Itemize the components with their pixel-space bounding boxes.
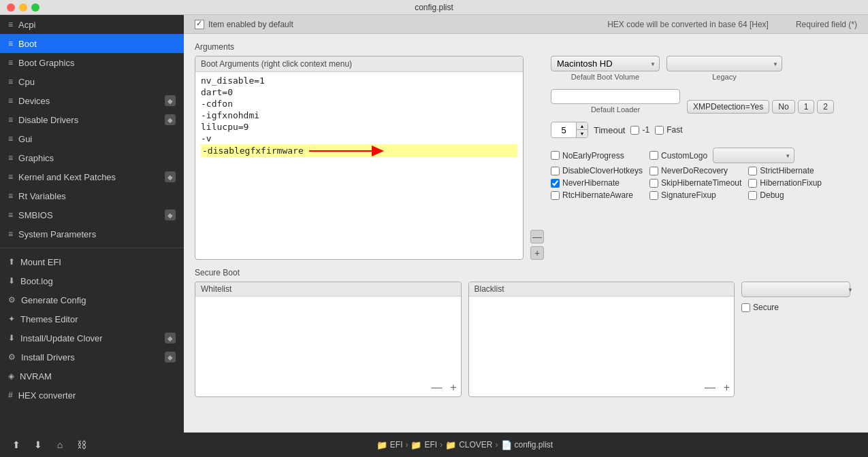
sidebar-item-boot[interactable]: ≡ Boot [0, 34, 184, 53]
custom-logo-dropdown-wrapper[interactable] [713, 148, 794, 163]
timeout-value[interactable]: 5 [551, 124, 576, 137]
minus1-checkbox-item: -1 [630, 125, 649, 135]
secure-cb[interactable] [741, 303, 750, 312]
whitelist-header: Whitelist [195, 282, 461, 297]
fast-checkbox[interactable] [655, 126, 664, 135]
titlebar: config.plist [0, 0, 868, 15]
sidebar-label-install-drivers: Install Drivers [21, 352, 165, 362]
bottom-icon-upload[interactable]: ⬆ [8, 437, 25, 453]
window-controls[interactable] [7, 3, 39, 12]
add-arg-button[interactable]: + [530, 246, 544, 260]
whitelist-minus[interactable]: — [432, 382, 443, 393]
never-do-recovery-cb[interactable] [649, 167, 658, 175]
list-icon: ≡ [8, 191, 13, 201]
sidebar-item-rt-variables[interactable]: ≡ Rt Variables [0, 186, 184, 205]
stepper-up[interactable]: ▲ [577, 122, 588, 130]
boot-volume-select[interactable]: Macintosh HD [551, 56, 660, 71]
sidebar-item-acpi[interactable]: ≡ Acpi [0, 15, 184, 34]
sidebar-item-boot-log[interactable]: ⬇ Boot.log [0, 271, 184, 290]
arg-nv-disable: nv_disable=1 [201, 75, 517, 86]
list-icon: ≡ [8, 134, 13, 143]
sidebar-item-mount-efi[interactable]: ⬆ Mount EFI [0, 252, 184, 271]
stepper-down[interactable]: ▼ [577, 130, 588, 137]
blacklist-controls: — + [705, 382, 730, 394]
blacklist-plus[interactable]: + [724, 382, 730, 393]
skip-hibernate-timeout-cb[interactable] [649, 179, 658, 188]
strict-hibernate-cb[interactable] [748, 167, 757, 175]
sidebar-item-smbios[interactable]: ≡ SMBIOS ◆ [0, 205, 184, 224]
sidebar-item-install-clover[interactable]: ⬇ Install/Update Clover ◆ [0, 328, 184, 348]
boot-volume-row: Macintosh HD Default Boot Volume [551, 56, 857, 81]
boot-arguments-area[interactable]: Boot Arguments (right click context menu… [195, 56, 524, 260]
bottom-icon-home[interactable]: ⌂ [52, 437, 68, 453]
xmp-no-button[interactable]: No [772, 100, 794, 114]
sidebar-item-gui[interactable]: ≡ Gui [0, 129, 184, 148]
legacy-dropdown-wrapper[interactable] [666, 56, 782, 71]
blacklist-minus[interactable]: — [705, 382, 716, 393]
sidebar-item-boot-graphics[interactable]: ≡ Boot Graphics [0, 53, 184, 72]
xmp-1-button[interactable]: 1 [798, 100, 815, 114]
sidebar-item-hex-converter[interactable]: # HEX converter [0, 386, 184, 405]
legacy-select[interactable] [666, 56, 782, 71]
bottom-bar: ⬆ ⬇ ⌂ ⛓ 📁 EFI › 📁 EFI › 📁 CLOVER › 📄 con… [0, 433, 868, 457]
custom-logo-cb[interactable] [649, 151, 658, 160]
never-hibernate-cb[interactable] [551, 179, 560, 188]
timeout-stepper[interactable]: 5 ▲ ▼ [551, 122, 588, 138]
sidebar-item-system-parameters[interactable]: ≡ System Parameters [0, 224, 184, 243]
secure-dropdown-wrapper[interactable] [741, 282, 857, 297]
sidebar-item-cpu[interactable]: ≡ Cpu [0, 72, 184, 91]
folder-icon-efi1: 📁 [376, 440, 387, 450]
log-icon: ⬇ [8, 276, 15, 286]
close-button[interactable] [7, 3, 15, 12]
rtc-hibernate-aware-cb[interactable] [551, 191, 560, 200]
xmp-2-button[interactable]: 2 [817, 100, 834, 114]
disable-clover-hotkeys-cb[interactable] [551, 167, 560, 175]
sidebar-item-nvram[interactable]: ◈ NVRAM [0, 367, 184, 386]
blacklist-area: Blacklist — + [468, 282, 735, 397]
sidebar-item-disable-drivers[interactable]: ≡ Disable Drivers ◆ [0, 110, 184, 129]
boot-volume-label: Default Boot Volume [571, 73, 639, 81]
sidebar-item-themes-editor[interactable]: ✦ Themes Editor [0, 309, 184, 328]
no-early-progress-cb[interactable] [551, 151, 560, 160]
sidebar-label-acpi: Acpi [18, 20, 176, 30]
whitelist-plus[interactable]: + [450, 382, 456, 393]
minus1-checkbox[interactable] [630, 126, 639, 135]
sidebar-item-kernel-kext[interactable]: ≡ Kernel and Kext Patches ◆ [0, 167, 184, 186]
custom-logo-item: CustomLogo [649, 148, 799, 163]
boot-volume-dropdown-wrapper[interactable]: Macintosh HD [551, 56, 660, 71]
signature-fixup-cb[interactable] [649, 191, 658, 200]
debug-item: Debug [748, 190, 799, 200]
sidebar-label-nvram: NVRAM [20, 371, 176, 382]
folder-icon-clover: 📁 [445, 440, 456, 450]
maximize-button[interactable] [31, 3, 39, 12]
sidebar-item-install-drivers[interactable]: ⚙ Install Drivers ◆ [0, 348, 184, 367]
arguments-section-label: Arguments [195, 42, 857, 52]
breadcrumb-efi1: 📁 EFI [376, 440, 403, 450]
breadcrumb-clover-label: CLOVER [459, 440, 492, 450]
secure-dropdown[interactable] [741, 282, 850, 297]
arg-lilucpu: lilucpu=9 [201, 121, 517, 133]
file-icon-config: 📄 [501, 440, 512, 450]
item-enabled-checkbox[interactable] [195, 20, 204, 29]
hibernation-fixup-cb[interactable] [748, 179, 757, 188]
bottom-icon-share[interactable]: ⛓ [74, 437, 90, 453]
remove-arg-button[interactable]: — [530, 230, 544, 243]
default-loader-input[interactable] [551, 89, 680, 104]
list-icon: ≡ [8, 96, 13, 105]
legacy-group: Legacy [666, 56, 782, 81]
secure-boot-row: Whitelist — + Blacklist — + [195, 282, 857, 397]
sidebar-item-devices[interactable]: ≡ Devices ◆ [0, 91, 184, 110]
xmp-label: XMPDetection=Yes [687, 100, 769, 114]
list-icon: ≡ [8, 115, 13, 124]
debug-cb[interactable] [748, 191, 757, 200]
sidebar-item-generate-config[interactable]: ⚙ Generate Config [0, 290, 184, 309]
minimize-button[interactable] [19, 3, 27, 12]
mount-icon: ⬆ [8, 257, 15, 267]
sidebar-item-graphics[interactable]: ≡ Graphics [0, 148, 184, 167]
red-arrow [309, 146, 384, 156]
breadcrumb-config-label: config.plist [515, 440, 553, 450]
bottom-icon-download[interactable]: ⬇ [30, 437, 46, 453]
hibernation-fixup-item: HibernationFixup [748, 178, 857, 188]
list-icon: ≡ [8, 172, 13, 182]
custom-logo-select[interactable] [713, 148, 794, 163]
